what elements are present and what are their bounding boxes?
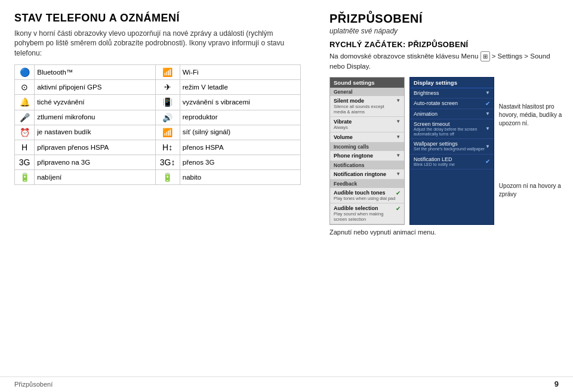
zapnuti-text: Zapnutí nebo vypnutí animací menu. — [329, 229, 565, 236]
display-item-label: Brightness — [414, 90, 439, 96]
table-row: ⊙ aktivní připojení GPS ✈ režim V letadl… — [15, 80, 301, 95]
display-item-label: Animation — [414, 111, 438, 117]
label-left-4: je nastaven budík — [35, 125, 155, 140]
label-right-7: nabito — [180, 170, 300, 185]
display-item-sub: Blink LED to notify me — [414, 162, 455, 167]
icon-left-7: 🔋 — [15, 170, 35, 185]
label-right-0: Wi-Fi — [180, 64, 300, 79]
icon-left-4: ⏰ — [15, 125, 35, 140]
table-row: ⏰ je nastaven budík 📶 síť (silný signál) — [15, 125, 301, 140]
icon-right-0: 📶 — [155, 64, 180, 79]
sound-item-sub: Always — [334, 125, 352, 130]
display-check-icon: ✔ — [485, 100, 490, 107]
sound-item: Vibrate Always ▼ — [330, 117, 404, 132]
display-check-icon: ✔ — [485, 158, 490, 165]
label-left-3: ztlumení mikrofonu — [35, 110, 155, 125]
display-item: Animation ▼ — [410, 109, 494, 119]
label-right-6: přenos 3G — [180, 155, 300, 170]
table-row: 🔋 nabíjení 🔋 nabito — [15, 170, 301, 185]
icon-left-5: H — [15, 140, 35, 155]
callout-area: Nastavit hlasitost pro hovory, média, bu… — [499, 77, 565, 225]
callout-2: Upozorn ní na hovory a zprávy — [499, 182, 565, 199]
left-intro: Ikony v horní části obrazovky vlevo upoz… — [14, 29, 301, 58]
left-column: STAV TELEFONU A OZNÁMENÍ Ikony v horní č… — [14, 12, 301, 371]
table-row: 🎤 ztlumení mikrofonu 🔊 reproduktor — [15, 110, 301, 125]
display-item-sub: Adjust the delay before the screen autom… — [414, 127, 485, 137]
display-item: Wallpaper settings Set the phone's backg… — [410, 139, 494, 154]
icon-left-3: 🎤 — [15, 110, 35, 125]
right-title: PŘIZPŮSOBENÍ — [329, 12, 565, 26]
display-dropdown-icon: ▼ — [485, 144, 490, 149]
table-row: 🔵 Bluetooth™ 📶 Wi-Fi — [15, 64, 301, 79]
dropdown-icon: ▼ — [396, 98, 401, 103]
right-subtitle: uplatněte své nápady — [329, 27, 565, 35]
label-left-7: nabíjení — [35, 170, 155, 185]
icon-right-2: 📳 — [155, 95, 180, 110]
page-footer: Přizpůsobení 9 — [0, 376, 573, 392]
sound-item: Notification ringtone ▼ — [330, 169, 404, 180]
quick-start-heading: RYCHLÝ ZAČÁTEK: PŘIZPŮSOBENÍ — [329, 40, 565, 49]
sound-item-label: Notification ringtone — [334, 171, 386, 177]
sound-item-label: Phone ringtone — [334, 153, 373, 159]
icon-right-7: 🔋 — [155, 170, 180, 185]
dropdown-icon: ▼ — [396, 134, 401, 140]
sound-item-label: Audible touch tones — [334, 190, 395, 196]
table-row: 3G připraveno na 3G 3G↕ přenos 3G — [15, 155, 301, 170]
dropdown-icon: ▼ — [396, 171, 401, 177]
sound-item: Audible touch tones Play tones when usin… — [330, 188, 404, 203]
display-settings-panel: Display settings Brightness ▼ Auto-rotat… — [409, 77, 494, 225]
icon-table: 🔵 Bluetooth™ 📶 Wi-Fi ⊙ aktivní připojení… — [14, 64, 301, 186]
sound-item-sub: Play sound when making screen selection — [334, 211, 396, 222]
sound-section-header: Notifications — [330, 161, 404, 169]
icon-left-6: 3G — [15, 155, 35, 170]
sound-section-header: Incoming calls — [330, 143, 404, 151]
icon-right-3: 🔊 — [155, 110, 180, 125]
sound-section-header: Feedback — [330, 180, 404, 188]
label-right-2: vyzvánění s vibracemi — [180, 95, 300, 110]
dropdown-icon: ▼ — [396, 119, 401, 124]
label-left-1: aktivní připojení GPS — [35, 80, 155, 95]
display-item-label: Notification LED — [414, 156, 455, 162]
sound-item: Silent mode Silence all sounds except me… — [330, 96, 404, 117]
icon-left-2: 🔔 — [15, 95, 35, 110]
sound-settings-panel: Sound settings General Silent mode Silen… — [329, 77, 405, 225]
icon-right-6: 3G↕ — [155, 155, 180, 170]
icon-left-1: ⊙ — [15, 80, 35, 95]
check-icon: ✔ — [396, 205, 401, 212]
icon-right-1: ✈ — [155, 80, 180, 95]
label-right-5: přenos HSPA — [180, 140, 300, 155]
sound-section-header: General — [330, 88, 404, 96]
label-left-6: připraveno na 3G — [35, 155, 155, 170]
menu-key-icon: ⊞ — [480, 51, 490, 61]
sound-item-sub: Silence all sounds except media & alarms — [334, 104, 396, 115]
sound-item-label: Volume — [334, 134, 353, 140]
icon-right-4: 📶 — [155, 125, 180, 140]
sound-item-sub: Play tones when using dial pad — [334, 196, 395, 201]
label-left-2: tiché vyzvánění — [35, 95, 155, 110]
display-dropdown-icon: ▼ — [485, 126, 490, 131]
display-item: Auto-rotate screen ✔ — [410, 98, 494, 109]
label-right-4: síť (silný signál) — [180, 125, 300, 140]
table-row: 🔔 tiché vyzvánění 📳 vyzvánění s vibracem… — [15, 95, 301, 110]
left-title: STAV TELEFONU A OZNÁMENÍ — [14, 12, 301, 25]
table-row: H připraven přenos HSPA H↕ přenos HSPA — [15, 140, 301, 155]
callout-1: Nastavit hlasitost pro hovory, média, bu… — [499, 103, 565, 128]
sound-item-label: Vibrate — [334, 119, 352, 125]
sound-item-label: Silent mode — [334, 98, 396, 104]
dropdown-icon: ▼ — [396, 153, 401, 158]
display-item: Screen timeout Adjust the delay before t… — [410, 119, 494, 140]
display-item: Brightness ▼ — [410, 88, 494, 98]
icon-right-5: H↕ — [155, 140, 180, 155]
label-left-0: Bluetooth™ — [35, 64, 155, 79]
footer-page: 9 — [554, 379, 559, 388]
sound-item-label: Audible selection — [334, 205, 396, 211]
display-item-label: Wallpaper settings — [414, 141, 485, 147]
label-right-3: reproduktor — [180, 110, 300, 125]
display-item-label: Auto-rotate screen — [414, 100, 458, 106]
quick-start-text: Na domovské obrazovce stiskněte klávesu … — [329, 51, 565, 72]
display-dropdown-icon: ▼ — [485, 90, 490, 95]
label-left-5: připraven přenos HSPA — [35, 140, 155, 155]
display-item: Notification LED Blink LED to notify me … — [410, 155, 494, 169]
phone-ui-area: Sound settings General Silent mode Silen… — [329, 77, 565, 225]
sound-item: Audible selection Play sound when making… — [330, 203, 404, 224]
